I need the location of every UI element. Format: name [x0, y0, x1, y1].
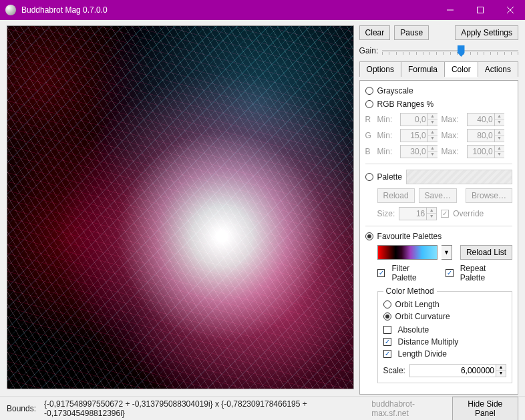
hide-side-panel-button[interactable]: Hide Side Panel [452, 397, 519, 421]
tab-options[interactable]: Options [359, 61, 401, 77]
rgb-G-max-input[interactable] [468, 131, 494, 140]
rgb-R-max-input[interactable] [468, 115, 494, 124]
maximize-button[interactable] [465, 0, 495, 20]
pause-button[interactable]: Pause [394, 25, 429, 40]
spin-down-icon[interactable]: ▼ [495, 152, 504, 158]
bounds-label: Bounds: [7, 404, 36, 413]
palette-radio[interactable] [365, 173, 373, 181]
filter-palette-label: Filter Palette [391, 264, 435, 282]
spin-down-icon[interactable]: ▼ [427, 214, 436, 220]
palette-dropdown-button[interactable]: ▼ [442, 245, 452, 260]
orbit-curvature-row[interactable]: Orbit Curvature [383, 312, 506, 321]
spin-up-icon[interactable]: ▲ [428, 114, 437, 120]
spin-up-icon[interactable]: ▲ [495, 130, 504, 136]
render-viewport[interactable] [7, 25, 354, 389]
tab-color[interactable]: Color [445, 61, 478, 77]
distance-multiply-checkbox[interactable]: ✓ [383, 338, 391, 346]
palette-save-button[interactable]: Save… [419, 188, 457, 203]
close-button[interactable] [495, 0, 525, 20]
rgb-max-label: Max: [442, 147, 463, 156]
spin-down-icon[interactable]: ▼ [495, 136, 504, 142]
spin-down-icon[interactable]: ▼ [428, 136, 437, 142]
palette-label: Palette [377, 172, 402, 182]
spin-up-icon[interactable]: ▲ [495, 146, 504, 152]
reload-list-button[interactable]: Reload List [460, 245, 512, 260]
length-divide-checkbox[interactable]: ✓ [383, 350, 391, 358]
rgb-G-min-input[interactable] [401, 131, 427, 140]
palette-row[interactable]: Palette [365, 170, 512, 184]
spin-up-icon[interactable]: ▲ [495, 114, 504, 120]
fav-palettes-radio[interactable] [365, 232, 373, 240]
grayscale-row[interactable]: Grayscale [365, 86, 512, 95]
grayscale-radio[interactable] [365, 87, 373, 95]
gain-label: Gain: [359, 46, 379, 55]
fav-palettes-label: Favourite Palettes [377, 232, 442, 241]
spin-down-icon[interactable]: ▼ [496, 371, 506, 377]
apply-settings-button[interactable]: Apply Settings [455, 25, 518, 40]
tab-actions[interactable]: Actions [478, 61, 518, 77]
palette-browse-button[interactable]: Browse… [466, 188, 512, 203]
fav-palettes-row[interactable]: Favourite Palettes [365, 232, 512, 241]
palette-swatch[interactable] [377, 245, 437, 260]
size-spinner[interactable]: ▲▼ [399, 207, 437, 220]
spin-down-icon[interactable]: ▼ [428, 120, 437, 126]
palette-reload-button[interactable]: Reload [377, 188, 415, 203]
top-buttons: Clear Pause Apply Settings [359, 25, 518, 40]
orbit-curvature-label: Orbit Curvature [395, 312, 450, 321]
filter-palette-checkbox[interactable]: ✓ [377, 269, 385, 277]
spin-up-icon[interactable]: ▲ [428, 130, 437, 136]
gain-slider[interactable] [382, 44, 518, 57]
scale-input[interactable] [410, 366, 496, 375]
palette-buttons: Reload Save… Browse… [365, 188, 512, 203]
distance-multiply-row[interactable]: ✓Distance Multiply [383, 337, 506, 347]
absolute-checkbox[interactable] [383, 326, 391, 334]
status-bar: Bounds: {-0,917548997550672 + -0,3137950… [0, 396, 525, 420]
scale-spinner[interactable]: ▲▼ [409, 364, 506, 377]
rgb-max-label: Max: [442, 115, 463, 124]
rgb-G-min-spinner[interactable]: ▲▼ [400, 129, 437, 142]
rgb-R-max-spinner[interactable]: ▲▼ [467, 113, 504, 126]
rgb-B-max-input[interactable] [468, 147, 494, 156]
absolute-row[interactable]: Absolute [383, 325, 506, 335]
palette-flags: ✓Filter Palette ✓Repeat Palette [365, 264, 512, 282]
rgb-G-max-spinner[interactable]: ▲▼ [467, 129, 504, 142]
override-checkbox[interactable]: ✓ [441, 210, 449, 218]
palette-preview-disabled [406, 170, 512, 184]
rgb-R-min-spinner[interactable]: ▲▼ [400, 113, 437, 126]
absolute-label: Absolute [398, 325, 429, 335]
repeat-palette-checkbox[interactable]: ✓ [446, 269, 454, 277]
spin-down-icon[interactable]: ▼ [495, 120, 504, 126]
rgb-B-min-input[interactable] [401, 147, 427, 156]
size-input[interactable] [399, 209, 426, 218]
window-title: Buddhabrot Mag 0.7.0.0 [21, 5, 435, 15]
clear-button[interactable]: Clear [359, 25, 391, 40]
spin-down-icon[interactable]: ▼ [428, 152, 437, 158]
site-link[interactable]: buddhabrot-max.sf.net [371, 399, 444, 418]
spin-up-icon[interactable]: ▲ [496, 365, 506, 371]
rgb-ranges-row[interactable]: RGB Ranges % [365, 99, 512, 109]
fav-palette-picker: ▼ Reload List [365, 245, 512, 260]
rgb-B-min-spinner[interactable]: ▲▼ [400, 145, 437, 158]
repeat-palette-label: Repeat Palette [460, 264, 512, 282]
rgb-ranges-radio[interactable] [365, 100, 373, 108]
length-divide-label: Length Divide [398, 349, 447, 359]
spin-up-icon[interactable]: ▲ [427, 208, 436, 214]
bounds-value: {-0,917548997550672 + -0,313795088304019… [44, 399, 355, 418]
orbit-length-row[interactable]: Orbit Length [383, 300, 506, 309]
tabs: Options Formula Color Actions [359, 61, 518, 77]
tab-formula[interactable]: Formula [401, 61, 445, 77]
fractal-image [7, 26, 353, 389]
spin-up-icon[interactable]: ▲ [428, 146, 437, 152]
color-method-legend: Color Method [383, 286, 437, 296]
rgb-B-max-spinner[interactable]: ▲▼ [467, 145, 504, 158]
length-divide-row[interactable]: ✓Length Divide [383, 349, 506, 359]
size-label: Size: [377, 209, 395, 218]
rgb-R-min-input[interactable] [401, 115, 427, 124]
orbit-curvature-radio[interactable] [383, 312, 391, 321]
rgb-min-label: Min: [377, 115, 396, 124]
palette-size-row: Size: ▲▼ ✓ Override [365, 207, 512, 220]
rgb-grid: R Min: ▲▼ Max: ▲▼G Min: ▲▼ Max: ▲▼B Min:… [365, 113, 512, 158]
orbit-length-radio[interactable] [383, 300, 391, 308]
svg-rect-1 [477, 7, 483, 13]
minimize-button[interactable] [435, 0, 465, 20]
